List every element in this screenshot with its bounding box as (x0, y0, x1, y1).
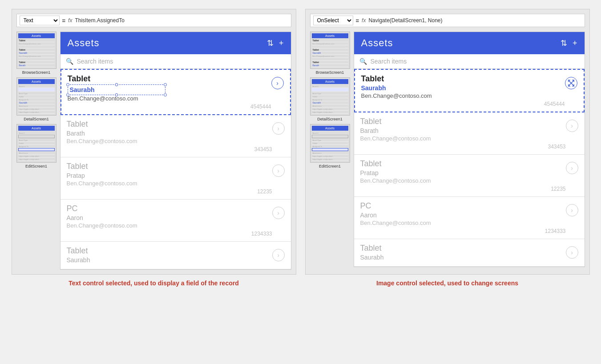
right-list-item-0-content: Tablet Saurabh Ben.Change@contoso.com 45… (361, 74, 565, 107)
right-caption-block: Image control selected, used to change s… (305, 279, 590, 287)
handle-tm (115, 83, 118, 86)
left-item-email-1: Ben.Change@contoso.com (67, 138, 272, 144)
left-formula-select[interactable]: Text (20, 16, 60, 25)
right-add-icon[interactable]: + (573, 39, 577, 48)
right-item-title-1: Tablet (360, 117, 566, 126)
right-detail-label: DetailScreen1 (310, 117, 350, 121)
handle-bm (115, 93, 118, 96)
right-list-item-1-content: Tablet Barath Ben.Change@contoso.com 343… (360, 117, 566, 150)
right-arrow-btn-4[interactable]: › (566, 246, 578, 259)
right-sidebar-detail: Assets Asset 5 Asset Type Tablet Assigne… (310, 77, 350, 121)
mini-header-edit: Assets (18, 126, 55, 131)
left-detail-label: DetailScreen1 (16, 117, 56, 121)
handle-br (164, 93, 167, 96)
right-sort-icon[interactable]: ⇅ (561, 38, 567, 48)
left-item-assigned-2: Pratap (67, 172, 272, 179)
right-app-header-icons: ⇅ + (561, 38, 577, 48)
right-list-item-4[interactable]: Tablet Saurabh › (354, 239, 585, 267)
left-formula-input[interactable]: ThisItem.AssignedTo (75, 17, 288, 24)
right-app-frame: Assets ⇅ + 🔍 Search items Tablet Saurabh (354, 32, 585, 267)
right-sidebar-browse-screen[interactable]: Assets Tablet Ben.Change@contoso.com Tab… (310, 32, 350, 69)
left-arrow-btn-4[interactable]: › (272, 249, 285, 261)
left-list-item-2-content: Tablet Pratap Ben.Change@contoso.com 122… (67, 162, 272, 195)
left-sidebar-detail-screen[interactable]: Assets Asset 5 Asset Type Tablet Assigne… (16, 77, 56, 116)
left-list-item-1-content: Tablet Barath Ben.Change@contoso.com 343… (67, 120, 272, 152)
right-item-email-0: Ben.Change@contoso.com (361, 92, 565, 99)
right-list-item-3[interactable]: PC Aaron Ben.Change@contoso.com 1234333 … (354, 197, 585, 239)
right-formula-select[interactable]: OnSelect (313, 16, 353, 25)
right-item-email-1: Ben.Change@contoso.com (360, 135, 566, 142)
right-formula-fx: fx (362, 17, 366, 24)
right-item-title-4: Tablet (360, 244, 566, 253)
left-arrow-btn-1[interactable]: › (272, 122, 285, 135)
right-edit-label: EditScreen1 (310, 164, 350, 168)
right-item-assigned-1: Barath (360, 127, 566, 134)
right-item-email-3: Ben.Change@contoso.com (360, 220, 566, 226)
cross-arrows-svg (567, 79, 575, 87)
sort-icon[interactable]: ⇅ (267, 38, 274, 48)
left-item-number-1: 343453 (67, 146, 272, 152)
left-arrow-btn-3[interactable]: › (272, 207, 285, 219)
right-item-email-2: Ben.Change@contoso.com (360, 177, 566, 184)
right-sidebar: Assets Tablet Ben.Change@contoso.com Tab… (310, 32, 350, 267)
left-list-item-0[interactable]: Tablet Saurabh (61, 69, 291, 115)
right-formula-input[interactable]: Navigate(DetailScreen1, None) (368, 17, 581, 24)
add-icon[interactable]: + (279, 39, 284, 48)
left-app-title: Assets (68, 37, 100, 49)
right-search-bar[interactable]: 🔍 Search items (354, 54, 585, 69)
right-item-title-2: Tablet (360, 159, 566, 168)
handle-tr (164, 83, 167, 86)
right-item-assigned-2: Pratap (360, 169, 566, 176)
right-arrow-btn-2[interactable]: › (566, 162, 578, 174)
right-arrow-btn-1[interactable]: › (566, 120, 578, 132)
left-item-title-0: Tablet (68, 74, 271, 84)
left-formula-fx: fx (68, 17, 72, 24)
right-panel: OnSelect = fx Navigate(DetailScreen1, No… (305, 9, 590, 275)
left-item-email-2: Ben.Change@contoso.com (67, 180, 272, 187)
left-arrow-btn-2[interactable]: › (272, 164, 285, 177)
right-sidebar-edit-screen[interactable]: Assets Asset 5 Asset Type Tablet Assigne… (310, 124, 350, 163)
left-item-title-1: Tablet (67, 120, 272, 129)
right-panel-content: Assets Tablet Ben.Change@contoso.com Tab… (310, 32, 585, 267)
left-list-item-1[interactable]: Tablet Barath Ben.Change@contoso.com 343… (61, 115, 291, 157)
right-sidebar-detail-screen[interactable]: Assets Asset 5 Asset Type Tablet Assigne… (310, 77, 350, 116)
left-app-header: Assets ⇅ + (61, 32, 291, 54)
left-panel-content: Assets Tablet Ben.Change@contoso.com Tab… (16, 32, 291, 270)
left-item-title-3: PC (67, 204, 272, 213)
left-list-item-0-content: Tablet Saurabh (68, 74, 271, 110)
right-cross-icon-0[interactable] (565, 77, 577, 89)
left-caption-block: Text control selected, used to display a… (12, 279, 296, 287)
left-list-item-2[interactable]: Tablet Pratap Ben.Change@contoso.com 122… (61, 157, 291, 200)
left-item-number-3: 1234333 (67, 231, 272, 237)
left-search-bar[interactable]: 🔍 Search items (61, 54, 291, 69)
right-list-item-4-content: Tablet Saurabh (360, 244, 566, 262)
right-arrow-btn-3[interactable]: › (566, 204, 578, 216)
right-sidebar-browse: Assets Tablet Ben.Change@contoso.com Tab… (310, 32, 350, 75)
right-app-title: Assets (361, 37, 393, 49)
left-sidebar-detail: Assets Asset 5 Asset Type Tablet Assigne… (16, 77, 56, 121)
left-list-item-4[interactable]: Tablet Saurabh › (61, 242, 291, 269)
right-list-item-1[interactable]: Tablet Barath Ben.Change@contoso.com 343… (354, 112, 585, 155)
left-list-item-4-content: Tablet Saurabh (67, 246, 272, 264)
left-item-number-2: 12235 (67, 188, 272, 195)
right-formula-bar: OnSelect = fx Navigate(DetailScreen1, No… (310, 14, 585, 27)
right-list-item-0[interactable]: Tablet Saurabh Ben.Change@contoso.com 45… (354, 69, 585, 112)
left-item-email-0: Ben.Change@contoso.com (68, 95, 271, 102)
left-list-item-3[interactable]: PC Aaron Ben.Change@contoso.com 1234333 … (61, 200, 291, 242)
left-formula-bar: Text = fx ThisItem.AssignedTo (16, 14, 291, 27)
left-item-title-4: Tablet (67, 246, 272, 256)
left-sidebar-edit-screen[interactable]: Assets Asset 5 Asset Type Tablet Assigne… (16, 124, 56, 163)
right-app-header: Assets ⇅ + (354, 32, 585, 54)
right-item-assigned-4: Saurabh (360, 254, 566, 261)
right-item-title-3: PC (360, 201, 566, 211)
left-edit-label: EditScreen1 (16, 164, 56, 168)
right-list-item-2[interactable]: Tablet Pratap Ben.Change@contoso.com 122… (354, 155, 585, 197)
left-item-assigned-4: Saurabh (67, 256, 272, 264)
right-item-number-0: 4545444 (361, 101, 565, 107)
right-browse-label: BrowseScreen1 (310, 70, 350, 75)
left-sidebar-browse-screen[interactable]: Assets Tablet Ben.Change@contoso.com Tab… (16, 32, 56, 69)
left-item-number-0: 4545444 (68, 104, 271, 110)
left-formula-eq: = (62, 17, 66, 24)
mini-header-detail: Assets (18, 79, 55, 84)
left-arrow-btn-0[interactable]: › (271, 77, 284, 89)
